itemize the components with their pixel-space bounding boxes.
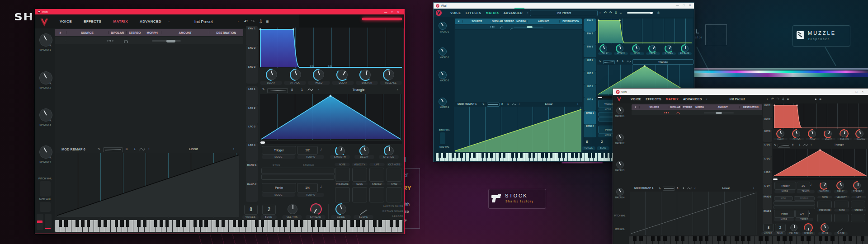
preset-next-icon[interactable]: › — [767, 98, 768, 101]
pencil-icon[interactable]: ✎ — [98, 147, 100, 151]
black-key[interactable] — [87, 220, 90, 227]
lfo-grid-y[interactable]: 1 — [799, 143, 800, 146]
rand-mode-select[interactable]: Perlin — [262, 183, 296, 192]
save-icon[interactable]: ⇩ — [782, 97, 785, 101]
pencil-icon[interactable]: ✎ — [599, 60, 601, 63]
black-key[interactable] — [528, 153, 531, 158]
black-key[interactable] — [115, 220, 118, 227]
preset-field[interactable]: Init Preset — [170, 19, 237, 24]
black-key[interactable] — [639, 236, 642, 241]
envelope-graph[interactable]: 1.0s 2.0s — [259, 28, 403, 68]
black-key[interactable] — [747, 236, 750, 241]
pencil-icon[interactable]: ✎ — [49, 82, 52, 85]
lfo-tempo-value[interactable]: 1/2 — [797, 182, 810, 190]
lfo-phase-handle[interactable] — [598, 97, 602, 98]
lfo-delay-knob[interactable] — [837, 182, 844, 189]
shape-next-icon[interactable]: › — [577, 103, 578, 106]
window-buttons[interactable]: —□✕ — [384, 11, 400, 14]
lfo-tempo-value[interactable]: 1/2 — [297, 146, 318, 155]
black-key[interactable] — [717, 236, 721, 241]
black-key[interactable] — [663, 236, 666, 241]
black-key[interactable] — [300, 220, 304, 227]
pencil-icon[interactable]: ✎ — [262, 88, 265, 91]
lfo-grid-x[interactable]: 8 — [617, 60, 618, 62]
matrix-column-6[interactable]: DESTINATION — [739, 106, 762, 108]
remap-grid-y[interactable]: 1 — [507, 103, 509, 105]
tab-2[interactable]: MATRIX — [665, 98, 679, 101]
amount-thumb[interactable] — [166, 40, 175, 42]
window-button-1[interactable]: □ — [392, 11, 393, 14]
black-key[interactable] — [340, 220, 343, 227]
remap-shape[interactable]: Linear — [166, 147, 221, 150]
env-sustain-knob[interactable] — [840, 130, 848, 137]
env-hold-knob[interactable] — [809, 130, 816, 137]
matrix-row[interactable]: - - - — [55, 37, 243, 44]
tab-0[interactable]: VOICE — [60, 19, 72, 23]
matrix-column-2[interactable]: BIPOLAR — [108, 31, 127, 34]
black-key[interactable] — [154, 220, 158, 227]
tab-1[interactable]: EFFECTS — [84, 19, 101, 23]
black-key[interactable] — [515, 153, 518, 158]
black-key[interactable] — [473, 153, 476, 158]
headphones-icon[interactable] — [123, 38, 128, 43]
slope-icon[interactable] — [360, 203, 367, 216]
note-icon[interactable]: ♩ — [320, 146, 325, 151]
lfo-phase-strip[interactable] — [260, 141, 402, 144]
black-key[interactable] — [64, 220, 68, 227]
black-key[interactable] — [350, 220, 354, 227]
slope-icon[interactable] — [838, 223, 843, 232]
pitch-wheel[interactable] — [440, 132, 445, 144]
save-icon[interactable]: ⇩ — [614, 11, 618, 15]
mpe-slider[interactable] — [387, 168, 401, 182]
window-button-0[interactable]: — — [384, 11, 387, 14]
black-key[interactable] — [283, 220, 287, 227]
env-release-knob[interactable] — [856, 130, 863, 137]
lfo-shape-field[interactable]: Triangle — [632, 59, 693, 65]
mpe-slider[interactable] — [834, 214, 849, 222]
black-key[interactable] — [456, 153, 458, 158]
lfo-shape[interactable]: Triangle — [334, 88, 383, 92]
mpe-slider[interactable] — [817, 214, 832, 222]
keyboard[interactable] — [55, 220, 403, 232]
env-decay-knob[interactable] — [337, 70, 348, 80]
black-key[interactable] — [322, 220, 326, 227]
envelope-graph[interactable] — [773, 103, 868, 129]
black-key[interactable] — [204, 220, 208, 227]
lfo1-tab[interactable]: LFO 1 — [763, 143, 772, 157]
lfo4-tab[interactable]: LFO 4 — [584, 98, 596, 111]
matrix-column-4[interactable]: MORPH — [693, 106, 706, 108]
lfo-mode-select[interactable]: Trigger — [774, 182, 796, 190]
redo-icon[interactable]: ↷ — [609, 11, 612, 15]
glide-knob[interactable] — [821, 224, 829, 231]
env-delay-knob[interactable] — [600, 45, 607, 52]
black-key[interactable] — [499, 153, 501, 158]
env3-tab[interactable]: ENV 3 — [763, 129, 772, 142]
voices-value[interactable]: 8 — [586, 140, 588, 144]
black-key[interactable] — [216, 220, 219, 227]
black-key[interactable] — [81, 220, 85, 227]
note-icon[interactable]: ♩ — [809, 211, 812, 215]
black-key[interactable] — [783, 236, 786, 241]
lfo-range-icon[interactable] — [778, 144, 790, 148]
black-key[interactable] — [545, 153, 548, 158]
black-key[interactable] — [137, 220, 141, 227]
lfo-shape[interactable]: Triangle — [826, 143, 853, 146]
bipolar-icon[interactable] — [107, 40, 113, 42]
black-key[interactable] — [571, 153, 574, 158]
redo-icon[interactable]: ↷ — [251, 19, 255, 24]
matrix-column-3[interactable]: STEREO — [681, 106, 693, 108]
macro1-knob[interactable] — [439, 22, 447, 30]
rand-stereo-toggle[interactable]: STEREO — [303, 164, 314, 166]
lfo-phase-strip[interactable] — [773, 178, 868, 180]
black-key[interactable] — [633, 236, 637, 241]
lfo-graph[interactable] — [773, 149, 868, 177]
paint-curve-icon[interactable] — [307, 88, 313, 92]
shape-next-icon[interactable]: › — [233, 147, 234, 150]
black-key[interactable] — [272, 220, 275, 227]
env-hold-knob[interactable] — [314, 70, 324, 80]
black-key[interactable] — [511, 153, 514, 158]
shape-next-icon[interactable]: › — [397, 88, 398, 91]
matrix-column-5[interactable]: AMOUNT — [527, 20, 559, 23]
pencil-icon[interactable]: ✎ — [49, 44, 52, 47]
black-key[interactable] — [575, 153, 578, 158]
